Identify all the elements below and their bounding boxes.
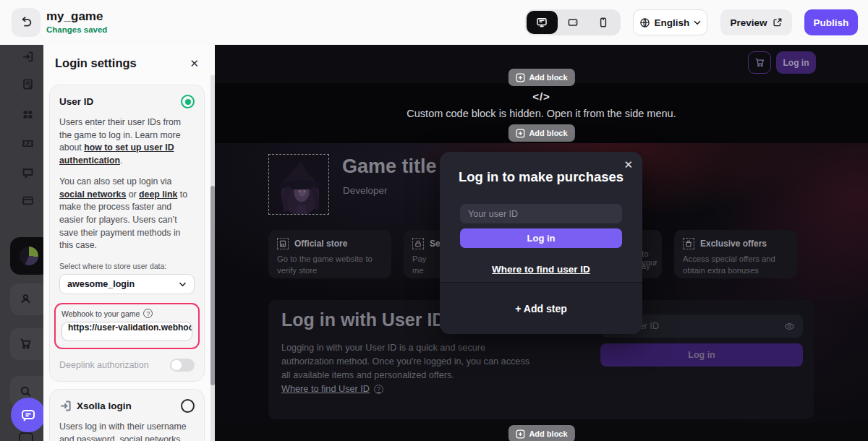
- modal-login-button[interactable]: Log in: [460, 228, 622, 248]
- game-avatar-image[interactable]: [268, 154, 329, 215]
- chat-bot-icon: [20, 406, 37, 424]
- perk-card-exclusive-offers: Exclusive offers Access special offers a…: [674, 230, 797, 278]
- where-to-find-user-id-link[interactable]: Where to find User ID ?: [281, 384, 383, 394]
- user-id-radio-selected[interactable]: [181, 95, 195, 108]
- support-chat-button[interactable]: [11, 398, 46, 432]
- device-switcher: [525, 9, 621, 35]
- add-block-button-middle[interactable]: Add block: [508, 124, 574, 142]
- cart-icon: [754, 57, 765, 68]
- search-icon: [20, 385, 32, 398]
- save-status: Changes saved: [46, 25, 107, 34]
- chat-block-icon[interactable]: [22, 167, 34, 179]
- add-step-button[interactable]: + Add step: [440, 303, 642, 314]
- undo-button[interactable]: [12, 8, 41, 37]
- language-selector[interactable]: English: [633, 9, 707, 35]
- chevron-down-icon: [694, 20, 701, 25]
- xsolla-option-title: Xsolla login: [77, 401, 132, 411]
- perk-card-body: Access special offers and obtain extra b…: [683, 253, 788, 277]
- game-logo-avatar: [20, 247, 38, 265]
- site-builder-app: my_game Changes saved: [0, 0, 868, 441]
- plus-square-icon: [515, 129, 524, 138]
- description-text: You can also set up login via: [59, 176, 171, 187]
- add-block-button-bottom[interactable]: Add block: [508, 425, 574, 441]
- login-block-icon[interactable]: [22, 51, 34, 63]
- where-to-find-user-id-link[interactable]: Where to find user ID: [440, 264, 642, 275]
- login-settings-panel: Login settings ✕ User ID Users enter the…: [43, 45, 210, 441]
- login-purchase-modal: ✕ Log in to make purchases Log in Where …: [440, 152, 642, 334]
- external-link-icon: [773, 17, 783, 27]
- add-block-button-top[interactable]: Add block: [508, 69, 574, 86]
- plus-square-icon: [515, 429, 524, 439]
- perk-card-title: Official store: [294, 239, 347, 249]
- editor-sidebar: [0, 45, 43, 441]
- user-id-input[interactable]: [460, 204, 622, 223]
- webhook-highlight-box: Webhook to your game ? https://user-vali…: [54, 303, 200, 349]
- button-label: Log in: [527, 233, 556, 244]
- webhook-input[interactable]: https://user-validation.webhook: [61, 322, 192, 341]
- user-id-option-title: User ID: [59, 96, 93, 107]
- store-user-data-label: Select where to store user data:: [59, 262, 195, 270]
- xsolla-login-icon: [59, 400, 72, 412]
- xsolla-login-option-card: Xsolla login Users log in with their use…: [49, 389, 205, 441]
- deep-link-link[interactable]: deep link: [139, 189, 177, 200]
- user-id-description-2: You can also set up login via social net…: [59, 176, 195, 252]
- device-mobile-button[interactable]: [588, 11, 619, 34]
- close-icon[interactable]: ✕: [190, 58, 199, 69]
- globe-icon: [639, 17, 650, 28]
- eye-icon[interactable]: [784, 322, 795, 331]
- deeplink-label: Deeplink authorization: [59, 360, 149, 370]
- person-icon: [20, 293, 32, 305]
- catalog-grid-icon[interactable]: [22, 108, 34, 121]
- perk-card-official-store: Official store Go to the game website to…: [268, 230, 391, 278]
- site-login-label: Log in: [783, 58, 809, 68]
- publish-label: Publish: [814, 17, 849, 28]
- store-user-data-select[interactable]: awesome_login: [59, 274, 195, 294]
- site-preview-canvas: Log in Add block </> Custom code block i…: [215, 45, 868, 441]
- desktop-icon: [536, 17, 548, 28]
- preview-label: Preview: [730, 17, 767, 28]
- tablet-icon: [567, 17, 579, 28]
- game-developer: Developer: [343, 185, 388, 196]
- modal-title: Log in to make purchases: [440, 169, 642, 185]
- button-label: Log in: [688, 350, 715, 360]
- section-description: Logging in with your User ID is a quick …: [281, 341, 531, 382]
- device-desktop-button[interactable]: [527, 11, 558, 34]
- language-label: English: [655, 17, 690, 28]
- shopping-bag-icon: [683, 238, 694, 249]
- user-id-description-1: Users enter their user IDs from the game…: [59, 116, 195, 168]
- card-block-icon[interactable]: [22, 194, 34, 207]
- site-cart-button[interactable]: [748, 51, 771, 74]
- store-user-data-value: awesome_login: [67, 279, 135, 289]
- xsolla-radio-unselected[interactable]: [181, 399, 195, 413]
- lock-icon: [412, 238, 424, 249]
- editor-topbar: my_game Changes saved: [0, 0, 868, 45]
- perk-card-text-fragment: ay: [642, 262, 650, 270]
- content-block-icon[interactable]: [22, 78, 34, 90]
- project-title: my_game: [46, 9, 103, 24]
- social-networks-link[interactable]: social networks: [59, 189, 126, 200]
- hidden-menu-item-icon: [19, 432, 33, 441]
- perk-card-title: Exclusive offers: [700, 239, 767, 249]
- modal-step-area: + Add step: [440, 282, 642, 334]
- add-block-label: Add block: [529, 429, 567, 438]
- panel-title: Login settings: [55, 56, 137, 70]
- device-tablet-button[interactable]: [558, 11, 589, 34]
- help-icon[interactable]: ?: [143, 309, 153, 318]
- perk-card-text-fragment: me: [412, 266, 424, 275]
- preview-button[interactable]: Preview: [720, 9, 792, 35]
- login-button-background-form[interactable]: Log in: [600, 343, 803, 367]
- help-icon: ?: [374, 385, 383, 394]
- xsolla-description: Users log in with their username and pas…: [59, 421, 195, 441]
- add-block-label: Add block: [529, 129, 567, 137]
- add-block-label: Add block: [529, 73, 567, 82]
- panel-scrollbar-thumb[interactable]: [210, 186, 215, 385]
- deeplink-toggle[interactable]: [170, 359, 195, 372]
- game-title: Game title: [342, 155, 437, 178]
- site-login-button-top[interactable]: Log in: [776, 51, 816, 74]
- section-title: Log in with User ID: [281, 309, 445, 330]
- promo-ticket-icon[interactable]: [22, 137, 34, 150]
- cart-icon: [20, 338, 32, 350]
- perk-card-body: Go to the game website to verify store: [277, 253, 383, 277]
- publish-button[interactable]: Publish: [804, 9, 858, 35]
- link-label: Where to find User ID: [281, 384, 370, 394]
